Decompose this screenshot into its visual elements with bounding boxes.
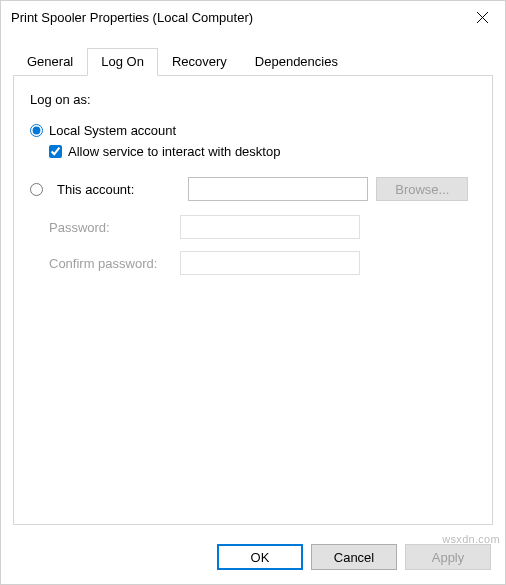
tab-general[interactable]: General — [13, 48, 87, 76]
tab-strip: General Log On Recovery Dependencies — [13, 47, 493, 75]
browse-button: Browse... — [376, 177, 468, 201]
confirm-password-input — [180, 251, 360, 275]
this-account-row: This account: Browse... — [30, 177, 476, 201]
account-input[interactable] — [188, 177, 368, 201]
titlebar: Print Spooler Properties (Local Computer… — [1, 1, 505, 33]
dialog-footer: OK Cancel Apply — [1, 534, 505, 584]
close-icon — [477, 12, 488, 23]
close-button[interactable] — [459, 1, 505, 33]
confirm-password-label: Confirm password: — [30, 256, 180, 271]
local-system-row: Local System account — [30, 123, 476, 138]
tab-recovery[interactable]: Recovery — [158, 48, 241, 76]
password-label: Password: — [30, 220, 180, 235]
interact-desktop-label: Allow service to interact with desktop — [68, 144, 280, 159]
interact-desktop-checkbox[interactable] — [49, 145, 62, 158]
confirm-password-row: Confirm password: — [30, 251, 476, 275]
interact-desktop-row: Allow service to interact with desktop — [49, 144, 476, 159]
local-system-label: Local System account — [49, 123, 176, 138]
watermark: wsxdn.com — [442, 533, 500, 545]
password-row: Password: — [30, 215, 476, 239]
ok-button[interactable]: OK — [217, 544, 303, 570]
local-system-radio[interactable] — [30, 124, 43, 137]
this-account-label: This account: — [57, 182, 134, 197]
tab-container: General Log On Recovery Dependencies Log… — [13, 47, 493, 525]
apply-button: Apply — [405, 544, 491, 570]
cancel-button[interactable]: Cancel — [311, 544, 397, 570]
logon-as-label: Log on as: — [30, 92, 476, 107]
window-title: Print Spooler Properties (Local Computer… — [11, 10, 459, 25]
tab-dependencies[interactable]: Dependencies — [241, 48, 352, 76]
tab-log-on[interactable]: Log On — [87, 48, 158, 76]
password-input — [180, 215, 360, 239]
properties-dialog: Print Spooler Properties (Local Computer… — [0, 0, 506, 585]
this-account-radio[interactable] — [30, 183, 43, 196]
tab-panel-log-on: Log on as: Local System account Allow se… — [13, 75, 493, 525]
